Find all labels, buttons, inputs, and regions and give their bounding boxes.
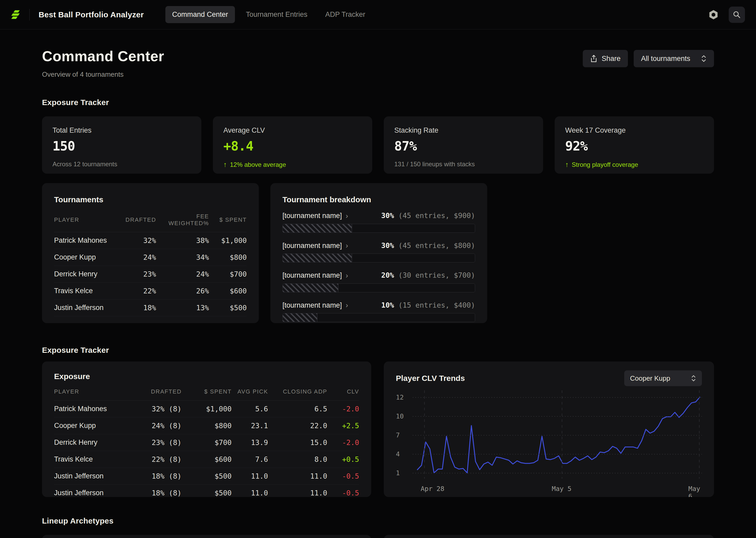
chart-x-axis: Apr 28May 5May 6 [413,485,702,493]
y-tick-label: 7 [396,431,408,439]
player-select[interactable]: Cooper Kupp [624,370,702,386]
breakdown-stats: 20% (30 entries, $700) [381,271,475,279]
lineup-archetypes-card-left [42,535,371,538]
breakdown-stats: 30% (45 entries, $900) [381,211,475,220]
breakdown-stats: 10% (15 entries, $400) [381,301,475,309]
progress-bar [282,253,475,262]
exposure-title: Exposure [54,372,359,381]
breakdown-row: [tournament name]› 30% (45 entries, $800… [282,242,475,263]
tournament-name-link[interactable]: [tournament name]› [282,271,348,280]
y-gridline [413,454,702,455]
tournaments-title: Tournaments [54,195,247,204]
tab-command-center[interactable]: Command Center [165,6,235,23]
section-lineup-archetypes: Lineup Archetypes [42,516,714,525]
stat-value: 87% [394,139,533,154]
lineup-archetypes-card-right [384,535,714,538]
stat-value: +8.4 [223,139,362,154]
y-gridline [413,473,702,473]
chevron-updown-icon [691,375,696,382]
tournament-name-link[interactable]: [tournament name]› [282,301,348,309]
section-exposure-tracker: Exposure Tracker [42,98,714,107]
up-arrow-icon: ↑ [565,161,569,169]
share-label: Share [602,55,621,63]
chevron-updown-icon [701,55,707,63]
x-tick-label: May 5 [552,485,571,493]
tournament-name-link[interactable]: [tournament name]› [282,212,348,220]
exposure-header: PLAYER DRAFTED $ SPENT AVG PICK CLOSING … [54,388,359,401]
stat-sub: ↑12% above average [223,161,362,169]
breakdown-row: [tournament name]› 10% (15 entries, $400… [282,301,475,322]
table-row[interactable]: Justin Jefferson18%13%$500 [54,299,247,316]
app-root: Best Ball Portfolio Analyzer Command Cen… [0,0,756,538]
stat-sub: Across 12 tournaments [53,161,191,168]
stat-sub: ↑Strong playoff coverage [565,161,703,169]
brand-title: Best Ball Portfolio Analyzer [39,10,144,19]
progress-bar [282,313,475,322]
y-tick-label: 4 [396,450,408,458]
progress-bar [282,284,475,293]
share-button[interactable]: Share [583,50,628,67]
search-icon [732,11,741,19]
y-gridline [413,435,702,436]
main-content: Command Center Overview of 4 tournaments… [0,48,756,538]
table-row[interactable]: Patrick Mahones32%38%$1,000 [54,232,247,249]
table-row[interactable]: Derrick Henry23%24%$700 [54,266,247,283]
table-row[interactable]: Justin Jefferson18% (8)$50011.011.0-0.5 [54,468,359,485]
tournament-breakdown-card: Tournament breakdown [tournament name]› … [270,183,487,323]
table-row[interactable]: Justin Jefferson18% (8)$50011.011.0-0.5 [54,485,359,497]
stat-value: 92% [565,139,703,154]
tournament-name-link[interactable]: [tournament name]› [282,242,348,250]
table-row[interactable]: Patrick Mahones32% (8)$1,0005.66.5-2.0 [54,401,359,417]
chevron-right-icon: › [346,212,348,220]
progress-bar [282,224,475,233]
x-tick-label: Apr 28 [421,485,445,493]
breakdown-title: Tournament breakdown [282,195,475,204]
filter-value: All tournaments [641,55,690,63]
clv-trends-card: Player CLV Trends Cooper Kupp 1210741 Ap… [384,361,714,497]
exposure-card: Exposure PLAYER DRAFTED $ SPENT AVG PICK… [42,361,371,497]
tab-tournament-entries[interactable]: Tournament Entries [239,6,314,23]
table-row[interactable]: Derrick Henry23% (8)$70013.915.0-2.0 [54,434,359,451]
stat-label: Average CLV [223,126,362,134]
x-gridline [562,390,562,479]
tournaments-card: Tournaments PLAYER DRAFTED FEE WEIGHTED%… [42,183,259,323]
search-button[interactable] [729,7,745,23]
breakdown-row: [tournament name]› 20% (30 entries, $700… [282,271,475,293]
tab-adp-tracker[interactable]: ADP Tracker [318,6,372,23]
clv-line-series [413,394,702,475]
section-exposure-tracker-2: Exposure Tracker [42,346,714,355]
x-gridline [424,390,425,479]
x-tick-label: May 6 [688,485,700,497]
stat-card-week17-coverage: Week 17 Coverage 92% ↑Strong playoff cov… [555,116,714,174]
page-title: Command Center [42,48,164,65]
clv-trends-title: Player CLV Trends [396,374,465,383]
y-tick-label: 1 [396,469,408,477]
primary-tabs: Command Center Tournament Entries ADP Tr… [165,6,372,23]
table-row[interactable]: Travis Kelce22% (8)$6007.68.0+0.5 [54,451,359,468]
player-select-value: Cooper Kupp [630,374,670,383]
x-gridline [699,390,699,479]
table-row[interactable]: Cooper Kupp24% (8)$80023.122.0+2.5 [54,417,359,434]
chevron-right-icon: › [346,301,348,309]
tournament-filter-select[interactable]: All tournaments [634,50,714,67]
share-upload-icon [590,55,597,63]
chevron-right-icon: › [346,271,348,280]
chevron-right-icon: › [346,242,348,250]
clv-line-chart: 1210741 [413,394,702,475]
y-tick-label: 12 [396,394,408,401]
up-arrow-icon: ↑ [223,161,227,169]
table-row[interactable]: Cooper Kupp24%34%$800 [54,249,247,266]
stat-value: 150 [53,139,191,154]
stat-card-stacking-rate: Stacking Rate 87% 131 / 150 lineups with… [384,116,543,174]
y-tick-label: 10 [396,412,408,420]
tournaments-header: PLAYER DRAFTED FEE WEIGHTED% $ SPENT [54,213,247,232]
breakdown-stats: 30% (45 entries, $800) [381,242,475,249]
table-row[interactable]: Travis Kelce22%26%$600 [54,283,247,299]
y-gridline [413,397,702,398]
brand-logo-icon [11,10,21,20]
settings-gear-icon[interactable] [708,10,719,20]
stat-label: Stacking Rate [394,126,533,134]
page-subtitle: Overview of 4 tournaments [42,71,164,79]
stat-sub: 131 / 150 lineups with stacks [394,161,533,168]
stat-label: Total Entries [53,126,191,134]
